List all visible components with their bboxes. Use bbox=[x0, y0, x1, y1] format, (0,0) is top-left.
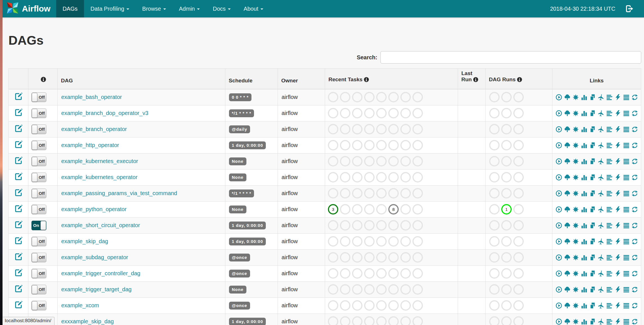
dag-pause-toggle[interactable]: Off bbox=[31, 285, 46, 294]
dag-run-circle[interactable] bbox=[513, 252, 524, 263]
bolt-icon[interactable] bbox=[614, 286, 621, 293]
bolt-icon[interactable] bbox=[614, 238, 621, 245]
dag-link[interactable]: example_passing_params_via_test_command bbox=[61, 190, 177, 196]
plane-icon[interactable] bbox=[598, 222, 604, 229]
sunburst-icon[interactable] bbox=[572, 94, 579, 101]
task-state-circle[interactable] bbox=[328, 236, 338, 247]
task-state-circle[interactable] bbox=[340, 268, 350, 279]
align-justify-icon[interactable] bbox=[623, 94, 630, 101]
refresh-icon[interactable] bbox=[631, 94, 638, 101]
task-state-circle[interactable] bbox=[328, 220, 338, 231]
refresh-icon[interactable] bbox=[631, 142, 638, 149]
task-state-circle[interactable] bbox=[364, 108, 375, 118]
align-justify-icon[interactable] bbox=[623, 190, 630, 197]
refresh-icon[interactable] bbox=[631, 190, 638, 197]
dag-link[interactable]: example_subdag_operator bbox=[61, 254, 128, 260]
edit-dag-icon[interactable] bbox=[14, 268, 23, 277]
play-circle-icon[interactable] bbox=[555, 110, 562, 117]
tree-icon[interactable] bbox=[564, 270, 571, 277]
dag-link[interactable]: exxxample_skip_dag bbox=[61, 318, 114, 324]
task-state-circle[interactable] bbox=[388, 300, 399, 311]
airflow-brand[interactable]: Airflow bbox=[3, 0, 56, 17]
info-icon[interactable] bbox=[364, 77, 369, 84]
dag-run-circle[interactable] bbox=[513, 300, 524, 311]
dag-run-circle[interactable] bbox=[489, 92, 500, 102]
align-left-icon[interactable] bbox=[606, 318, 613, 325]
dag-run-circle[interactable] bbox=[489, 300, 500, 311]
task-state-circle[interactable] bbox=[340, 172, 350, 182]
task-state-circle[interactable] bbox=[328, 124, 338, 134]
task-state-circle[interactable] bbox=[352, 300, 362, 311]
task-state-circle[interactable] bbox=[364, 236, 375, 247]
task-state-circle[interactable] bbox=[412, 156, 423, 166]
task-state-circle[interactable] bbox=[412, 140, 423, 150]
bar-chart-icon[interactable] bbox=[581, 142, 588, 149]
bar-chart-icon[interactable] bbox=[581, 126, 588, 133]
tree-icon[interactable] bbox=[564, 302, 571, 309]
plane-icon[interactable] bbox=[598, 270, 604, 277]
task-state-circle[interactable] bbox=[388, 140, 399, 150]
bolt-icon[interactable] bbox=[614, 174, 621, 181]
refresh-icon[interactable] bbox=[631, 126, 638, 133]
duplicate-icon[interactable] bbox=[589, 110, 596, 117]
task-state-circle[interactable] bbox=[412, 188, 423, 198]
task-state-circle[interactable] bbox=[412, 204, 423, 215]
task-state-circle[interactable] bbox=[388, 236, 399, 247]
play-circle-icon[interactable] bbox=[555, 206, 562, 213]
task-state-circle[interactable] bbox=[364, 268, 375, 279]
task-state-circle[interactable] bbox=[364, 284, 375, 295]
align-justify-icon[interactable] bbox=[623, 254, 630, 261]
task-state-circle[interactable] bbox=[412, 252, 423, 263]
task-state-circle[interactable] bbox=[340, 316, 350, 325]
edit-dag-icon[interactable] bbox=[14, 204, 23, 213]
align-justify-icon[interactable] bbox=[623, 286, 630, 293]
task-state-circle[interactable] bbox=[412, 236, 423, 247]
task-state-circle[interactable] bbox=[376, 220, 387, 231]
plane-icon[interactable] bbox=[598, 286, 604, 293]
tree-icon[interactable] bbox=[564, 222, 571, 229]
edit-dag-icon[interactable] bbox=[14, 172, 23, 181]
task-state-circle[interactable] bbox=[328, 316, 338, 325]
edit-dag-icon[interactable] bbox=[14, 92, 23, 101]
task-state-circle[interactable] bbox=[388, 188, 399, 198]
align-justify-icon[interactable] bbox=[623, 238, 630, 245]
task-state-circle[interactable] bbox=[328, 172, 338, 182]
bolt-icon[interactable] bbox=[614, 254, 621, 261]
task-state-circle[interactable] bbox=[400, 284, 411, 295]
task-state-circle[interactable] bbox=[352, 268, 362, 279]
bar-chart-icon[interactable] bbox=[581, 222, 588, 229]
play-circle-icon[interactable] bbox=[555, 286, 562, 293]
task-state-circle[interactable] bbox=[340, 156, 350, 166]
task-state-circle[interactable] bbox=[364, 188, 375, 198]
task-state-circle[interactable] bbox=[352, 156, 362, 166]
task-state-circle[interactable] bbox=[328, 284, 338, 295]
task-state-circle[interactable] bbox=[400, 156, 411, 166]
align-justify-icon[interactable] bbox=[623, 158, 630, 165]
task-state-circle[interactable] bbox=[376, 300, 387, 311]
duplicate-icon[interactable] bbox=[589, 318, 596, 325]
dag-link[interactable]: example_trigger_target_dag bbox=[61, 286, 131, 292]
dag-link[interactable]: example_bash_operator bbox=[61, 94, 122, 100]
task-state-circle[interactable] bbox=[400, 316, 411, 325]
dag-pause-toggle[interactable]: Off bbox=[31, 157, 46, 166]
task-state-circle[interactable] bbox=[412, 92, 423, 102]
tree-icon[interactable] bbox=[564, 238, 571, 245]
sunburst-icon[interactable] bbox=[572, 126, 579, 133]
task-state-circle[interactable]: 8 bbox=[388, 204, 399, 215]
dag-pause-toggle[interactable]: Off bbox=[31, 125, 46, 134]
task-state-circle[interactable] bbox=[376, 284, 387, 295]
task-state-circle[interactable] bbox=[376, 252, 387, 263]
align-left-icon[interactable] bbox=[606, 142, 613, 149]
dag-run-circle[interactable] bbox=[501, 92, 512, 102]
dag-run-circle[interactable] bbox=[501, 300, 512, 311]
dag-run-circle[interactable] bbox=[501, 172, 512, 182]
task-state-circle[interactable] bbox=[364, 220, 375, 231]
bolt-icon[interactable] bbox=[614, 318, 621, 325]
tree-icon[interactable] bbox=[564, 318, 571, 325]
align-left-icon[interactable] bbox=[606, 286, 613, 293]
task-state-circle[interactable] bbox=[328, 92, 338, 102]
nav-item-admin[interactable]: Admin bbox=[173, 0, 207, 17]
task-state-circle[interactable] bbox=[352, 108, 362, 118]
dag-link[interactable]: example_python_operator bbox=[61, 206, 126, 212]
bar-chart-icon[interactable] bbox=[581, 174, 588, 181]
